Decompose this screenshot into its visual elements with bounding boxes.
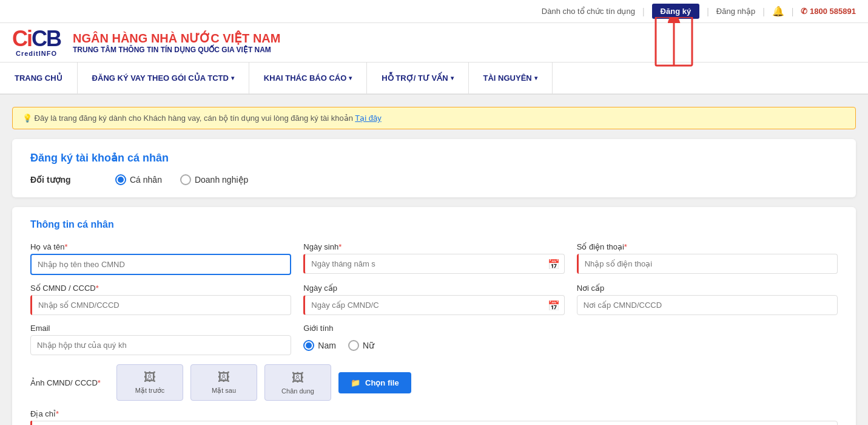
email-label: Email xyxy=(30,324,291,333)
dia-chi-input[interactable] xyxy=(30,421,838,425)
image-icon-1: 🖼 xyxy=(144,370,156,384)
so-cmnd-input[interactable] xyxy=(32,295,291,315)
email-group: Email xyxy=(30,324,291,356)
ngay-sinh-group: Ngày sinh* 📅 xyxy=(303,242,564,275)
ho-ten-group: Họ và tên* xyxy=(30,242,291,275)
form-title: Đăng ký tài khoản cá nhân xyxy=(30,151,838,165)
radio-nu-circle[interactable] xyxy=(348,340,359,351)
header-title-main: NGÂN HÀNG NHÀ NƯỚC VIỆT NAM xyxy=(73,31,280,46)
so-dien-thoai-group: Số điện thoại* xyxy=(577,242,838,275)
caret-icon-4: ▾ xyxy=(534,75,537,81)
page-content: 💡 Đây là trang đăng ký dành cho Khách hà… xyxy=(0,95,868,425)
gioi-tinh-group: Giới tính Nam Nữ xyxy=(303,324,838,356)
image-icon-2: 🖼 xyxy=(218,370,230,384)
cmnd-border-wrap xyxy=(30,295,291,315)
ngay-cap-wrapper: 📅 xyxy=(303,295,564,315)
form-row-3: Email Giới tính Nam Nữ xyxy=(30,324,838,356)
bell-icon[interactable]: 🔔 xyxy=(772,5,784,17)
gioi-tinh-label: Giới tính xyxy=(303,324,838,333)
nav-ho-tro[interactable]: HỖ TRỢ/ TƯ VẤN ▾ xyxy=(367,63,468,93)
mat-truoc-label: Mặt trước xyxy=(135,387,165,395)
dang-ky-card: Đăng ký tài khoản cá nhân Đối tượng Cá n… xyxy=(12,139,856,197)
dang-nhap-link[interactable]: Đăng nhập xyxy=(716,7,755,16)
chan-dung-label: Chân dung xyxy=(281,387,314,395)
nav-tai-nguyen[interactable]: TÀI NGUYÊN ▾ xyxy=(469,63,553,93)
mat-sau-label: Mặt sau xyxy=(212,387,236,395)
header-title-area: NGÂN HÀNG NHÀ NƯỚC VIỆT NAM TRUNG TÂM TH… xyxy=(73,31,280,54)
header-main: CiCB CreditINFO NGÂN HÀNG NHÀ NƯỚC VIỆT … xyxy=(0,23,868,63)
radio-nam[interactable]: Nam xyxy=(303,340,336,351)
radio-doanh-nghiep-circle[interactable] xyxy=(180,174,191,185)
divider-4: | xyxy=(792,7,794,16)
anh-cmnd-label: Ảnh CMND/ CCCD* xyxy=(30,378,109,387)
email-input[interactable] xyxy=(30,335,291,355)
divider-2: | xyxy=(707,7,709,16)
logo-cicb: CiCB xyxy=(12,28,61,50)
dia-chi-label: Địa chỉ* xyxy=(30,409,59,418)
sdt-border-wrap xyxy=(577,254,838,274)
doi-tuong-label: Đối tượng xyxy=(30,175,79,185)
dang-ky-button[interactable]: Đăng ký xyxy=(652,4,700,19)
ho-ten-input[interactable] xyxy=(30,254,291,275)
doi-tuong-row: Đối tượng Cá nhân Doanh nghiệp xyxy=(30,174,838,185)
noi-cap-input[interactable] xyxy=(577,295,838,315)
so-cmnd-group: Số CMND / CCCD* xyxy=(30,284,291,315)
divider-1: | xyxy=(642,7,645,16)
logo-area: CiCB CreditINFO xyxy=(12,28,61,57)
main-nav: TRANG CHỦ ĐĂNG KÝ VAY THEO GÓI CỦA TCTD … xyxy=(0,63,868,95)
mat-truoc-box[interactable]: 🖼 Mặt trước xyxy=(116,364,183,401)
dia-chi-label-row: Địa chỉ* xyxy=(30,409,838,418)
ngay-sinh-label: Ngày sinh* xyxy=(303,242,564,251)
noi-cap-group: Nơi cấp xyxy=(577,284,838,315)
caret-icon: ▾ xyxy=(231,75,234,81)
nav-dang-ky-vay[interactable]: ĐĂNG KÝ VAY THEO GÓI CỦA TCTD ▾ xyxy=(78,63,249,93)
dia-chi-row: Địa chỉ* xyxy=(30,409,838,425)
radio-doanh-nghiep[interactable]: Doanh nghiệp xyxy=(180,174,248,185)
so-dien-thoai-label: Số điện thoại* xyxy=(577,242,838,251)
dia-chi-wrap xyxy=(30,421,838,425)
form-row-1: Họ và tên* Ngày sinh* 📅 Số điện thoại* xyxy=(30,242,838,275)
phone-link[interactable]: ✆ 1800 585891 xyxy=(801,7,856,16)
nav-trang-chu[interactable]: TRANG CHỦ xyxy=(0,63,78,93)
caret-icon-3: ▾ xyxy=(451,75,454,81)
radio-nam-circle[interactable] xyxy=(303,340,314,351)
personal-section: Thông tin cá nhân Họ và tên* Ngày sinh* … xyxy=(12,207,856,425)
radio-ca-nhan[interactable]: Cá nhân xyxy=(115,174,162,185)
image-icon-3: 🖼 xyxy=(292,371,304,385)
so-cmnd-label: Số CMND / CCCD* xyxy=(30,284,291,293)
calendar-icon[interactable]: 📅 xyxy=(548,258,560,270)
chan-dung-box[interactable]: 🖼 Chân dung xyxy=(264,364,331,401)
ngay-cap-label: Ngày cấp xyxy=(303,284,564,293)
noi-cap-label: Nơi cấp xyxy=(577,284,838,293)
ngay-sinh-wrapper: 📅 xyxy=(303,254,564,274)
logo-creditinfo: CreditINFO xyxy=(16,50,57,57)
header-title-sub: TRUNG TÂM THÔNG TIN TÍN DỤNG QUỐC GIA VI… xyxy=(73,46,280,54)
ngay-cap-input[interactable] xyxy=(303,295,564,315)
radio-nu[interactable]: Nữ xyxy=(348,340,374,351)
section-title: Thông tin cá nhân xyxy=(30,219,838,230)
form-row-2: Số CMND / CCCD* Ngày cấp 📅 Nơi cấp xyxy=(30,284,838,315)
ho-ten-label: Họ và tên* xyxy=(30,242,291,251)
folder-icon: 📁 xyxy=(351,378,360,387)
so-dien-thoai-input[interactable] xyxy=(579,254,838,274)
mat-sau-box[interactable]: 🖼 Mặt sau xyxy=(190,364,257,401)
chon-file-button[interactable]: 📁 Chọn file xyxy=(338,372,411,393)
nav-khai-thac[interactable]: KHAI THÁC BÁO CÁO ▾ xyxy=(249,63,368,93)
radio-ca-nhan-circle[interactable] xyxy=(115,174,126,185)
tai-day-link[interactable]: Tại đây xyxy=(355,114,381,123)
danh-cho-link[interactable]: Dành cho tổ chức tín dụng xyxy=(542,7,635,16)
caret-icon-2: ▾ xyxy=(349,75,352,81)
divider-3: | xyxy=(762,7,765,16)
ngay-sinh-input[interactable] xyxy=(303,254,564,274)
ngay-cap-group: Ngày cấp 📅 xyxy=(303,284,564,315)
info-banner: 💡 Đây là trang đăng ký dành cho Khách hà… xyxy=(12,107,856,129)
calendar-icon-2[interactable]: 📅 xyxy=(548,299,560,311)
anh-cmnd-row: Ảnh CMND/ CCCD* 🖼 Mặt trước 🖼 Mặt sau 🖼 … xyxy=(30,364,838,401)
gender-row: Nam Nữ xyxy=(303,335,838,356)
